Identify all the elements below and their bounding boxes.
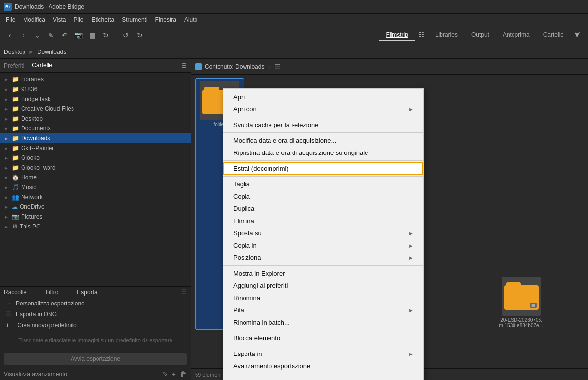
tree-label: Network [21,194,43,201]
cm-posiziona[interactable]: Posiziona► [223,252,423,264]
tree-item-bridgetask[interactable]: ► 📁 Bridge task [0,94,191,104]
esporta-label: Esporta [77,289,97,296]
tree-item-desktop[interactable]: ► 📁 Desktop [0,114,191,124]
cm-mostra-explorer[interactable]: Mostra in Explorer [223,267,423,279]
grid-item-3[interactable]: ▦ 20-ESD-20230706.m.1539-e884b07e.zip [497,275,546,330]
tab-cartelle[interactable]: Cartelle [32,61,52,70]
add-button[interactable]: + [172,370,176,378]
titlebar: Br Downloads - Adobe Bridge [0,0,588,14]
cm-avanzamento-export[interactable]: Avanzamento esportazione [223,360,423,372]
cm-estrai[interactable]: Estrai (decomprimi) [223,162,423,175]
arrow-icon: ► [4,136,10,141]
tab-cartelle[interactable]: Cartelle [537,29,570,41]
tab-preferiti[interactable]: Preferiti [4,61,24,70]
cm-sep-2 [223,132,423,133]
personalize-export-item[interactable]: → Personalizza esportazione [0,298,191,309]
cm-blocca[interactable]: Blocca elemento [223,332,423,344]
app-icon: Br [4,3,12,11]
cm-sep-6 [223,330,423,330]
tab-filmstrip[interactable]: Filmstrip [379,29,415,41]
cm-rinomina-batch[interactable]: Rinomina in batch... [223,316,423,329]
export-button[interactable]: Avvia esportazione [4,353,187,365]
content-header: Contenuto: Downloads + ☰ [191,59,588,75]
cm-apri-con[interactable]: Apri con► [223,103,423,115]
tabs-more-icon[interactable]: ⮟ [570,29,584,41]
cm-ripristina-data[interactable]: Ripristina data e ora di acquisizione su… [223,147,423,159]
tree-item-onedrive[interactable]: ► ☁ OneDrive [0,202,191,212]
breadcrumb-downloads[interactable]: Downloads [37,49,66,55]
back-button[interactable]: ‹ [4,29,16,41]
menu-item-strumenti[interactable]: Strumenti [118,14,151,25]
redo-button[interactable]: ↻ [134,29,146,41]
tab-libraries[interactable]: Libraries [428,29,465,41]
tree-item-glooko-word[interactable]: ► 📁 Glooko_word [0,163,191,173]
undo-button[interactable]: ↶ [59,29,71,41]
collections-panel: Raccolte Filtro Esporta ☰ [0,286,191,298]
breadcrumb-desktop[interactable]: Desktop [4,49,25,55]
tree-label: Gkit--Painter [21,145,54,152]
tree-item-pictures[interactable]: ► 📷 Pictures [0,212,191,222]
tree-label: Pictures [21,213,42,220]
tree-item-thispc[interactable]: ► 🖥 This PC [0,222,191,231]
tree-label: Documents [21,125,51,132]
recent-button[interactable]: ✎ [45,29,57,41]
cm-svuota-cache[interactable]: Svuota cache per la selezione [223,119,423,131]
tree-item-music[interactable]: ► 🎵 Music [0,182,191,192]
menu-item-finestra[interactable]: Finestra [151,14,180,25]
cm-copia[interactable]: Copia [223,190,423,203]
tab-output[interactable]: Output [465,29,496,41]
menu-item-file[interactable]: File [2,14,19,25]
folder-tree: ► 📁 Libraries ► 📁 91836 ► 📁 Bridge task … [0,73,191,286]
cm-rinomina[interactable]: Rinomina [223,292,423,304]
add-icon: + [6,322,9,329]
tree-item-glooko[interactable]: ► 📁 Glooko [0,153,191,163]
cm-duplica[interactable]: Duplica [223,203,423,215]
arrow-icon: ► [4,195,10,200]
cm-aggiungi-preferiti[interactable]: Aggiungi ai preferiti [223,279,423,292]
tree-item-network[interactable]: ► 👥 Network [0,192,191,202]
cm-modifica-data[interactable]: Modifica data e ora di acquisizione... [223,134,423,147]
cm-taglia[interactable]: Taglia [223,178,423,190]
cm-copia-in[interactable]: Copia in► [223,239,423,252]
cm-pila[interactable]: Pila► [223,304,423,316]
folder-icon-cc: 📁 [12,105,19,112]
folder-icon-downloads: 📁 [12,135,19,142]
filmstrip-icon[interactable]: ☷ [415,29,428,41]
menu-item-pile[interactable]: Pile [70,14,88,25]
tree-item-home[interactable]: ► 🏠 Home [0,173,191,182]
export-dng-item[interactable]: ☰ Esporta in DNG [0,309,191,320]
tree-item-91836[interactable]: ► 📁 91836 [0,84,191,94]
tree-label: Libraries [21,76,44,83]
folder-icon-home: 🏠 [12,174,19,181]
copy-button[interactable]: ▦ [86,29,98,41]
tree-item-libraries[interactable]: ► 📁 Libraries [0,75,191,84]
cm-apri[interactable]: Apri [223,91,423,103]
folder-thumb-3: ▦ [504,282,539,310]
menu-item-aiuto[interactable]: Aiuto [180,14,201,25]
cm-sep-3 [223,160,423,161]
content-add-icon[interactable]: + [267,63,271,71]
tree-item-gkit[interactable]: ► 📁 Gkit--Painter [0,143,191,153]
panel-menu-icon[interactable]: ☰ [181,62,187,69]
delete-icon[interactable]: 🗑 [180,370,187,378]
menu-item-vista[interactable]: Vista [49,14,70,25]
menu-item-modifica[interactable]: Modifica [19,14,49,25]
content-menu-icon[interactable]: ☰ [274,63,281,71]
panel-options-icon[interactable]: ☰ [181,289,187,296]
tab-anteprima[interactable]: Anteprima [496,29,537,41]
tree-item-downloads[interactable]: ► 📁 Downloads [0,133,191,143]
undo2-button[interactable]: ↺ [120,29,132,41]
tree-item-documents[interactable]: ► 📁 Documents [0,124,191,133]
camera-button[interactable]: 📷 [73,29,84,41]
menu-item-etichetta[interactable]: Etichetta [88,14,119,25]
cm-esporta-in[interactable]: Esporta in► [223,348,423,360]
tree-item-creative-cloud[interactable]: ► 📁 Creative Cloud Files [0,104,191,114]
edit-icon[interactable]: ✎ [162,370,168,378]
cm-sposta-su[interactable]: Sposta su► [223,227,423,239]
cm-flusso[interactable]: Flusso di lavoro► [223,376,423,380]
cm-elimina[interactable]: Elimina [223,215,423,227]
down-button[interactable]: ⌄ [31,29,43,41]
new-preset-item[interactable]: + + Crea nuovo predefinito [0,320,191,330]
refresh-button[interactable]: ↻ [100,29,112,41]
forward-button[interactable]: › [18,29,29,41]
